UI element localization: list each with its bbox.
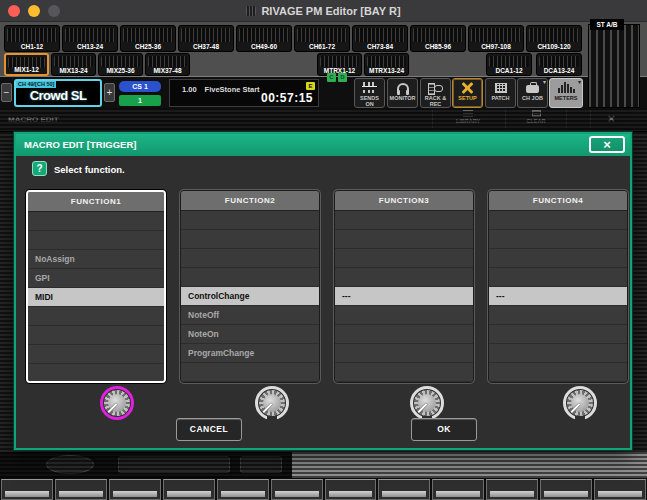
- function2-knob[interactable]: [255, 386, 289, 420]
- list-item[interactable]: [181, 211, 319, 230]
- list-item[interactable]: [489, 268, 627, 287]
- bank-tab-dca1-12[interactable]: DCA1-12: [486, 53, 532, 76]
- bank-tab-mix13-24[interactable]: MIX13-24: [51, 53, 96, 76]
- dimmed-keyboard-area: [292, 452, 647, 478]
- app-icon: [246, 6, 256, 16]
- list-item[interactable]: [489, 325, 627, 344]
- bank-tab-ch25-36[interactable]: CH25-36: [120, 25, 176, 52]
- fader-strip[interactable]: [378, 479, 430, 500]
- help-icon[interactable]: ?: [32, 161, 47, 176]
- list-item[interactable]: [335, 325, 473, 344]
- list-item[interactable]: [335, 249, 473, 268]
- bank-tab-mix1-12-selected[interactable]: MIX1-12: [4, 53, 49, 76]
- list-item[interactable]: [181, 363, 319, 382]
- list-item[interactable]: [181, 249, 319, 268]
- fader-strip[interactable]: [432, 479, 484, 500]
- list-item-controlchange-selected[interactable]: ControlChange: [181, 287, 319, 306]
- ch-job-button[interactable]: ▾ CH JOB: [517, 78, 548, 108]
- list-item[interactable]: [28, 364, 164, 383]
- list-item[interactable]: [489, 344, 627, 363]
- fader-strip[interactable]: [217, 479, 269, 500]
- setup-button[interactable]: SETUP: [452, 78, 483, 108]
- function4-list: FUNCTION4 ---: [488, 190, 628, 383]
- list-item[interactable]: [489, 306, 627, 325]
- list-item-noteon[interactable]: NoteOn: [181, 325, 319, 344]
- bank-tab-ch73-84[interactable]: CH73-84: [352, 25, 408, 52]
- patch-button[interactable]: PATCH: [485, 78, 516, 108]
- list-item-none-selected[interactable]: ---: [335, 287, 473, 306]
- fader-strip[interactable]: [271, 479, 323, 500]
- monitor-button[interactable]: MONITOR: [387, 78, 418, 108]
- list-item[interactable]: [335, 211, 473, 230]
- channel-decrement-button[interactable]: −: [1, 83, 12, 102]
- cancel-button[interactable]: CANCEL: [176, 418, 242, 441]
- list-item[interactable]: [489, 249, 627, 268]
- macro-edit-bar: MACRO EDIT LIBRARY CLEAR ×: [0, 108, 647, 132]
- list-item[interactable]: [181, 230, 319, 249]
- list-item[interactable]: [489, 230, 627, 249]
- list-item[interactable]: [28, 326, 164, 345]
- list-item[interactable]: [335, 268, 473, 287]
- meters-button[interactable]: ▾ METERS: [549, 78, 583, 108]
- rack-and-rec-button[interactable]: RACK & REC: [420, 78, 451, 108]
- bank-tab-mix25-36[interactable]: MIX25-36: [98, 53, 143, 76]
- fader-strip[interactable]: [1, 479, 53, 500]
- channel-increment-button[interactable]: +: [104, 83, 115, 102]
- bank-tab-ch97-108[interactable]: CH97-108: [468, 25, 524, 52]
- fader-strip[interactable]: [109, 479, 161, 500]
- list-item-programchange[interactable]: ProgramChange: [181, 344, 319, 363]
- list-item-noteoff[interactable]: NoteOff: [181, 306, 319, 325]
- list-item[interactable]: [335, 363, 473, 382]
- dialog-close-button[interactable]: ×: [589, 136, 625, 153]
- close-icon[interactable]: ×: [607, 111, 615, 126]
- function4-knob[interactable]: [563, 386, 597, 420]
- list-item[interactable]: [335, 230, 473, 249]
- list-item[interactable]: [28, 307, 164, 326]
- list-item[interactable]: [28, 212, 164, 231]
- fader-strip[interactable]: [325, 479, 377, 500]
- fader-strip[interactable]: [55, 479, 107, 500]
- list-item[interactable]: [489, 211, 627, 230]
- list-item[interactable]: [28, 345, 164, 364]
- console-select-badge: CS 1: [119, 81, 161, 92]
- button-label: CLEAR: [527, 118, 546, 124]
- st-ab-label: ST A/B: [590, 19, 624, 30]
- selected-channel-display[interactable]: CH 49/[CH 50] Crowd SL: [14, 79, 102, 107]
- list-item[interactable]: [489, 363, 627, 382]
- list-item-noassign[interactable]: NoAssign: [28, 250, 164, 269]
- clear-button[interactable]: CLEAR: [514, 110, 558, 130]
- list-item[interactable]: [335, 344, 473, 363]
- list-item[interactable]: [335, 306, 473, 325]
- bank-tab-ch37-48[interactable]: CH37-48: [178, 25, 234, 52]
- meter-bars-icon: [558, 82, 575, 93]
- fader-strip[interactable]: [163, 479, 215, 500]
- bank-tab-mix37-48[interactable]: MIX37-48: [145, 53, 190, 76]
- list-item-none-selected[interactable]: ---: [489, 287, 627, 306]
- console-value-badge: 1: [119, 95, 161, 106]
- bank-tab-ch1-12[interactable]: CH1-12: [4, 25, 60, 52]
- list-item-midi-selected[interactable]: MIDI: [28, 288, 164, 307]
- function4-header: FUNCTION4: [489, 191, 627, 211]
- bank-tab-mtrx13-24[interactable]: MTRX13-24: [364, 53, 409, 76]
- function1-knob[interactable]: [100, 386, 134, 420]
- fader-strip[interactable]: [486, 479, 538, 500]
- list-item[interactable]: [181, 268, 319, 287]
- bank-tab-ch13-24[interactable]: CH13-24: [62, 25, 118, 52]
- bank-tab-ch61-72[interactable]: CH61-72: [294, 25, 350, 52]
- bank-tab-dca13-24[interactable]: DCA13-24: [536, 53, 582, 76]
- list-item-gpi[interactable]: GPI: [28, 269, 164, 288]
- scene-panel[interactable]: 1.00FiveStone Start E 00:57:15: [169, 79, 319, 107]
- ok-button[interactable]: OK: [411, 418, 477, 441]
- fader-strip[interactable]: [540, 479, 592, 500]
- dimmed-panel: [240, 456, 282, 473]
- bank-tab-ch109-120[interactable]: CH109-120: [526, 25, 582, 52]
- bank-tab-ch85-96[interactable]: CH85-96: [410, 25, 466, 52]
- sends-on-fader-button[interactable]: SENDS ON FADER: [354, 78, 385, 108]
- mini-meter: [54, 56, 93, 67]
- list-item[interactable]: [28, 231, 164, 250]
- library-button[interactable]: LIBRARY: [446, 110, 490, 130]
- function3-knob[interactable]: [410, 386, 444, 420]
- bank-tab-ch49-60[interactable]: CH49-60: [236, 25, 292, 52]
- function1-header: FUNCTION1: [28, 192, 164, 212]
- fader-strip[interactable]: [594, 479, 646, 500]
